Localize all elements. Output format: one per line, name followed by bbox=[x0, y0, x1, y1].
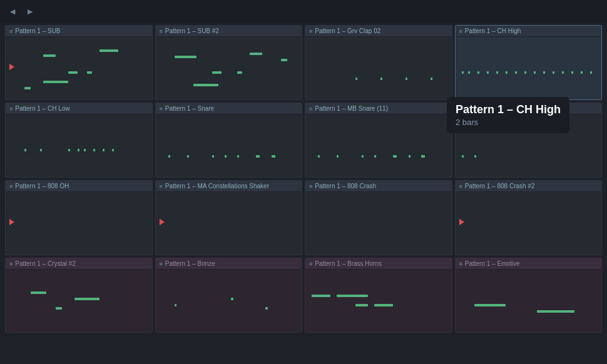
note-p15-2 bbox=[355, 304, 368, 306]
pattern-name-p6: Pattern 1 – Snare bbox=[165, 105, 214, 112]
note-p2-3 bbox=[212, 71, 222, 74]
note-p13-2 bbox=[56, 307, 62, 310]
pattern-content-p15 bbox=[305, 270, 452, 330]
pattern-cell-p3[interactable]: ≡Pattern 1 – Grv Clap 02 bbox=[305, 25, 452, 100]
note-p5-4 bbox=[84, 149, 86, 151]
pattern-cell-p9[interactable]: ≡Pattern 1 – 808 OH bbox=[5, 180, 153, 255]
pattern-icon-p14: ≡ bbox=[160, 261, 163, 267]
note-p7-4 bbox=[393, 155, 397, 158]
pattern-cell-p16[interactable]: ≡Pattern 1 – Emotive bbox=[455, 258, 603, 333]
pattern-name-p5: Pattern 1 – CH Low bbox=[15, 105, 69, 112]
pattern-name-p11: Pattern 1 – 808 Crash bbox=[315, 183, 376, 190]
pattern-content-p2 bbox=[156, 37, 302, 97]
note-p1-2 bbox=[68, 71, 78, 74]
playhead-p12 bbox=[459, 219, 464, 225]
note-p2-1 bbox=[250, 53, 262, 55]
pattern-content-p14 bbox=[156, 270, 302, 330]
note-p3-0 bbox=[355, 78, 357, 80]
note-p14-0 bbox=[175, 304, 176, 306]
pattern-cell-p10[interactable]: ≡Pattern 1 – MA Constellations Shaker bbox=[155, 180, 303, 255]
pattern-grid: ≡Pattern 1 – SUB≡Pattern 1 – SUB #2≡Patt… bbox=[0, 0, 607, 338]
note-p4-10 bbox=[553, 71, 554, 74]
note-p7-5 bbox=[409, 155, 411, 158]
pattern-icon-p10: ≡ bbox=[160, 183, 163, 190]
pattern-content-p11 bbox=[305, 192, 452, 252]
note-p4-1 bbox=[468, 71, 470, 74]
pattern-header-p3: ≡Pattern 1 – Grv Clap 02 bbox=[305, 26, 452, 37]
pattern-header-p4: ≡Pattern 1 – CH High bbox=[456, 26, 602, 37]
pattern-cell-p13[interactable]: ≡Pattern 1 – Crystal #2 bbox=[5, 258, 153, 333]
note-p2-4 bbox=[237, 71, 242, 74]
pattern-cell-p14[interactable]: ≡Pattern 1 – Bonze bbox=[155, 258, 303, 333]
pattern-icon-p3: ≡ bbox=[309, 28, 312, 34]
pattern-cell-p15[interactable]: ≡Pattern 1 – Brass Horns bbox=[305, 258, 452, 333]
note-p14-1 bbox=[231, 298, 233, 300]
note-p4-0 bbox=[462, 71, 464, 74]
note-p4-9 bbox=[543, 71, 545, 74]
pattern-name-p7: Pattern 1 – MB Snare (11) bbox=[315, 105, 388, 112]
note-p15-1 bbox=[337, 295, 368, 297]
note-p4-4 bbox=[496, 71, 498, 74]
note-p7-3 bbox=[374, 155, 376, 158]
note-p2-2 bbox=[281, 59, 287, 61]
pattern-cell-p11[interactable]: ≡Pattern 1 – 808 Crash bbox=[305, 180, 452, 255]
pattern-name-p3: Pattern 1 – Grv Clap 02 bbox=[315, 28, 380, 34]
note-p6-2 bbox=[212, 155, 214, 158]
pattern-header-p14: ≡Pattern 1 – Bonze bbox=[156, 258, 302, 270]
note-p16-1 bbox=[537, 310, 574, 313]
pattern-cell-p2[interactable]: ≡Pattern 1 – SUB #2 bbox=[155, 25, 303, 100]
pattern-content-p16 bbox=[456, 270, 602, 330]
pattern-icon-p6: ≡ bbox=[160, 106, 163, 112]
pattern-icon-p2: ≡ bbox=[160, 28, 163, 34]
pattern-cell-p12[interactable]: ≡Pattern 1 – 808 Crash #2 bbox=[455, 180, 603, 255]
note-p5-3 bbox=[78, 149, 79, 151]
pattern-header-p1: ≡Pattern 1 – SUB bbox=[6, 26, 152, 37]
note-p1-3 bbox=[87, 71, 92, 74]
pattern-cell-p6[interactable]: ≡Pattern 1 – Snare bbox=[155, 103, 303, 178]
pattern-cell-p7[interactable]: ≡Pattern 1 – MB Snare (11) bbox=[305, 103, 452, 178]
note-p5-0 bbox=[24, 149, 26, 151]
note-p8-0 bbox=[462, 155, 464, 158]
pattern-cell-p1[interactable]: ≡Pattern 1 – SUB bbox=[5, 25, 153, 100]
pattern-icon-p4: ≡ bbox=[459, 28, 462, 34]
pattern-header-p6: ≡Pattern 1 – Snare bbox=[156, 103, 302, 114]
pattern-name-p14: Pattern 1 – Bonze bbox=[165, 260, 215, 267]
note-p5-1 bbox=[40, 149, 42, 151]
pattern-icon-p15: ≡ bbox=[309, 261, 312, 267]
note-p3-2 bbox=[406, 78, 407, 80]
note-p4-7 bbox=[524, 71, 526, 74]
top-bar-btn-1[interactable]: ◀ bbox=[6, 6, 19, 17]
note-p4-14 bbox=[590, 71, 592, 74]
pattern-cell-p4[interactable]: ≡Pattern 1 – CH High bbox=[455, 25, 603, 100]
pattern-tooltip: Pattern 1 – CH High 2 bars bbox=[447, 97, 569, 133]
playhead-p1 bbox=[9, 64, 14, 70]
pattern-header-p2: ≡Pattern 1 – SUB #2 bbox=[156, 26, 302, 37]
pattern-name-p1: Pattern 1 – SUB bbox=[15, 28, 60, 34]
pattern-header-p5: ≡Pattern 1 – CH Low bbox=[6, 103, 152, 114]
pattern-header-p12: ≡Pattern 1 – 808 Crash #2 bbox=[456, 181, 602, 192]
pattern-header-p13: ≡Pattern 1 – Crystal #2 bbox=[6, 258, 152, 270]
note-p6-5 bbox=[256, 155, 260, 158]
pattern-cell-p5[interactable]: ≡Pattern 1 – CH Low bbox=[5, 103, 153, 178]
note-p8-1 bbox=[474, 155, 476, 158]
pattern-icon-p1: ≡ bbox=[9, 28, 13, 34]
pattern-content-p9 bbox=[6, 192, 152, 252]
pattern-icon-p11: ≡ bbox=[309, 183, 312, 190]
note-p1-0 bbox=[43, 54, 56, 57]
pattern-content-p5 bbox=[6, 114, 152, 174]
note-p15-3 bbox=[374, 304, 393, 306]
note-p4-2 bbox=[477, 71, 479, 74]
note-p13-1 bbox=[74, 298, 99, 300]
pattern-icon-p13: ≡ bbox=[9, 261, 13, 267]
pattern-content-p1 bbox=[6, 37, 152, 97]
top-bar-btn-2[interactable]: ▶ bbox=[24, 6, 36, 17]
pattern-content-p7 bbox=[305, 114, 452, 174]
note-p4-11 bbox=[562, 71, 564, 74]
pattern-header-p10: ≡Pattern 1 – MA Constellations Shaker bbox=[156, 181, 302, 192]
pattern-content-p3 bbox=[305, 37, 452, 97]
note-p1-4 bbox=[43, 81, 68, 83]
pattern-name-p15: Pattern 1 – Brass Horns bbox=[315, 260, 382, 267]
note-p6-3 bbox=[225, 155, 227, 158]
pattern-icon-p16: ≡ bbox=[459, 261, 462, 267]
note-p15-0 bbox=[312, 295, 330, 297]
